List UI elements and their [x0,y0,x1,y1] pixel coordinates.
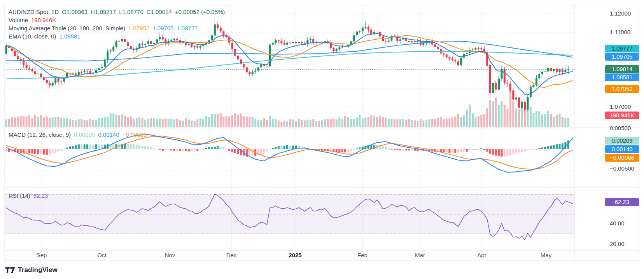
price-tick-1-07000: 1.07000 [610,103,631,110]
price-badge-volume: 190.946K [605,112,639,119]
price-tick-1-11000: 1.11000 [610,29,630,36]
symbol-title: AUD/NZD Spot, 1D [9,8,59,16]
price-tick-1-12000: 1.12000 [610,10,631,17]
chart-canvas[interactable] [0,0,644,279]
ma100-value: 1.09705 [152,24,173,32]
legend-ema-row[interactable]: EMA (10, close, 0) 1.08581 [9,33,80,40]
rsi-tick-20: 20.00 [610,241,625,248]
time-label-may: May [541,252,551,259]
price-badge-ma20: 1.07952 [605,85,639,93]
legend-macd-row[interactable]: MACD (12, 26, close, 9) 0.00209 0.00140 … [9,131,147,139]
legend-ma-row[interactable]: Moving Average Triple (20, 100, 200, Sim… [9,24,198,32]
time-label-apr: Apr [477,252,486,259]
macd-signal-value: −0.00068 [122,131,147,139]
macd-line-value: 0.00140 [98,131,119,139]
time-label-dec: Dec [226,252,237,259]
rsi-tick-40: 40.00 [610,220,625,227]
ohlc-high: H1.09217 [91,8,116,16]
legend-rsi-row[interactable]: RSI (14) 62.23 [9,192,48,200]
time-label-2025: 2025 [289,252,301,259]
volume-value: 190.946K [31,16,56,24]
legend-volume-row[interactable]: Volume 190.946K [9,16,56,24]
macd-tick-pos: 0.00500 [610,125,631,132]
rsi-badge: 62.23 [605,198,639,206]
price-badge-ema10: 1.08581 [605,73,639,81]
time-label-feb: Feb [357,252,368,259]
price-badge-ma200: 1.09777 [605,45,639,52]
ohlc-open: O1.08963 [62,8,88,16]
price-badge-ma100: 1.09705 [605,53,639,61]
ema-title: EMA (10, close, 0) [9,33,56,40]
macd-badge-hist: 0.00209 [605,137,639,145]
ohlc-close: C1.09014 [147,8,172,16]
legend-symbol-row[interactable]: AUD/NZD Spot, 1D O1.08963 H1.09217 L1.08… [9,8,225,16]
tradingview-label: TradingView [18,266,58,274]
macd-badge-signal: −0.00068 [605,154,639,162]
rsi-value: 62.23 [33,192,48,200]
ma20-value: 1.07952 [128,24,149,32]
price-badge-last: 1.09014 [605,65,639,73]
ma200-value: 1.09777 [177,24,198,32]
macd-badge-line: 0.00140 [605,145,639,153]
macd-tick-neg: −0.00500 [610,165,634,172]
ohlc-change: +0.00052 (+0.05%) [175,8,225,16]
volume-title: Volume [9,16,28,24]
macd-title: MACD (12, 26, close, 9) [9,131,71,139]
ema-value: 1.08581 [60,33,80,40]
tradingview-logo[interactable]: TradingView [5,266,58,274]
macd-hist-value: 0.00209 [74,131,95,139]
time-label-nov: Nov [165,252,175,259]
rsi-title: RSI (14) [9,192,30,200]
time-label-oct: Oct [97,252,106,259]
ohlc-low: L1.08770 [119,8,144,16]
tradingview-icon [5,267,15,273]
ma-triple-title: Moving Average Triple (20, 100, 200, Sim… [9,24,125,32]
time-label-sep: Sep [37,252,47,259]
time-label-mar: Mar [415,252,425,259]
